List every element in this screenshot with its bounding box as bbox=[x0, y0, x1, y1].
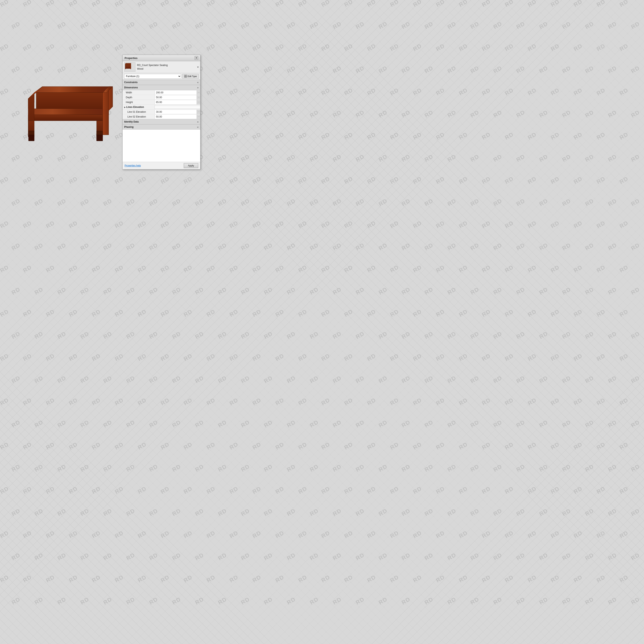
height-btn[interactable]: ⋯ bbox=[197, 100, 200, 104]
lines-elevation-row: ▶ Lines Elevation bbox=[123, 105, 200, 109]
svg-marker-31 bbox=[125, 66, 131, 67]
object-thumbnail bbox=[124, 62, 135, 72]
lines-elevation-expand-icon[interactable]: ▶ bbox=[124, 106, 126, 108]
svg-rect-39 bbox=[184, 75, 185, 76]
constraints-section-header[interactable]: Constraints « bbox=[123, 80, 200, 85]
width-row: Width 200.00 ⋯ bbox=[123, 90, 200, 95]
properties-help-link[interactable]: Properties help bbox=[125, 164, 141, 167]
line02-elevation-label: Line 02 Elevation bbox=[123, 115, 155, 119]
phasing-label: Phasing bbox=[124, 126, 134, 128]
line01-elevation-value[interactable]: 30.00 bbox=[155, 110, 197, 114]
svg-marker-0 bbox=[36, 87, 113, 93]
svg-rect-42 bbox=[186, 76, 187, 77]
height-value[interactable]: 65.00 bbox=[155, 100, 197, 104]
category-row: Furniture (1) Edit Type bbox=[123, 73, 200, 80]
depth-row: Depth 50.00 ⋯ bbox=[123, 95, 200, 100]
panel-empty-body bbox=[123, 130, 200, 162]
panel-footer: Properties help Apply bbox=[123, 162, 200, 169]
svg-rect-40 bbox=[186, 75, 187, 76]
object-preview-row: RD_Court Spectator Seating Wood ▾ bbox=[123, 61, 200, 73]
svg-marker-32 bbox=[125, 67, 130, 69]
svg-marker-16 bbox=[97, 135, 103, 141]
height-label: Height bbox=[123, 100, 155, 104]
close-button[interactable]: × bbox=[195, 56, 198, 60]
properties-panel: Properties × RD_Court Spectator Seating … bbox=[122, 55, 200, 169]
svg-rect-41 bbox=[184, 76, 185, 77]
identity-data-section-header[interactable]: Identity Data « bbox=[123, 119, 200, 124]
line02-elevation-row: Line 02 Elevation 50.00 ⋯ bbox=[123, 114, 200, 119]
height-row: Height 65.00 ⋯ bbox=[123, 100, 200, 105]
svg-marker-37 bbox=[125, 63, 131, 64]
width-label: Width bbox=[123, 91, 155, 95]
lines-elevation-label: ▶ Lines Elevation bbox=[123, 105, 155, 109]
preview-dropdown-arrow[interactable]: ▾ bbox=[197, 65, 199, 69]
depth-btn[interactable]: ⋯ bbox=[197, 95, 200, 100]
svg-marker-4 bbox=[28, 115, 103, 121]
category-select[interactable]: Furniture (1) bbox=[124, 74, 181, 79]
line01-elevation-label: Line 01 Elevation bbox=[123, 110, 155, 114]
dimensions-collapse-icon: » bbox=[197, 86, 199, 89]
line02-elevation-btn[interactable]: ⋯ bbox=[197, 115, 200, 119]
apply-button[interactable]: Apply bbox=[184, 163, 198, 168]
line02-elevation-value[interactable]: 50.00 bbox=[155, 115, 197, 119]
constraints-label: Constraints bbox=[124, 81, 138, 84]
dimensions-section-header[interactable]: Dimensions » bbox=[123, 85, 200, 90]
depth-label: Depth bbox=[123, 95, 155, 99]
line01-elevation-row: Line 01 Elevation 30.00 ⋯ bbox=[123, 109, 200, 114]
lines-elevation-value bbox=[155, 106, 200, 108]
phasing-section-header[interactable]: Phasing « bbox=[123, 124, 200, 130]
width-btn[interactable]: ⋯ bbox=[197, 90, 200, 95]
identity-data-label: Identity Data bbox=[124, 120, 139, 123]
width-value[interactable]: 200.00 bbox=[155, 91, 197, 95]
panel-titlebar[interactable]: Properties × bbox=[123, 55, 200, 61]
edit-type-icon bbox=[184, 75, 187, 78]
line01-elevation-btn[interactable]: ⋯ bbox=[197, 110, 200, 114]
constraints-collapse-icon: « bbox=[197, 81, 199, 84]
svg-marker-13 bbox=[29, 135, 34, 141]
furniture-3d-view bbox=[16, 76, 121, 153]
dimensions-label: Dimensions bbox=[124, 86, 138, 89]
phasing-collapse-icon: « bbox=[197, 125, 199, 129]
identity-data-collapse-icon: « bbox=[197, 120, 199, 123]
svg-marker-38 bbox=[125, 64, 130, 66]
object-name: RD_Court Spectator Seating Wood bbox=[137, 63, 168, 71]
depth-value[interactable]: 50.00 bbox=[155, 95, 197, 99]
panel-title: Properties bbox=[125, 57, 137, 60]
edit-type-button[interactable]: Edit Type bbox=[182, 74, 199, 79]
svg-marker-36 bbox=[130, 63, 131, 69]
